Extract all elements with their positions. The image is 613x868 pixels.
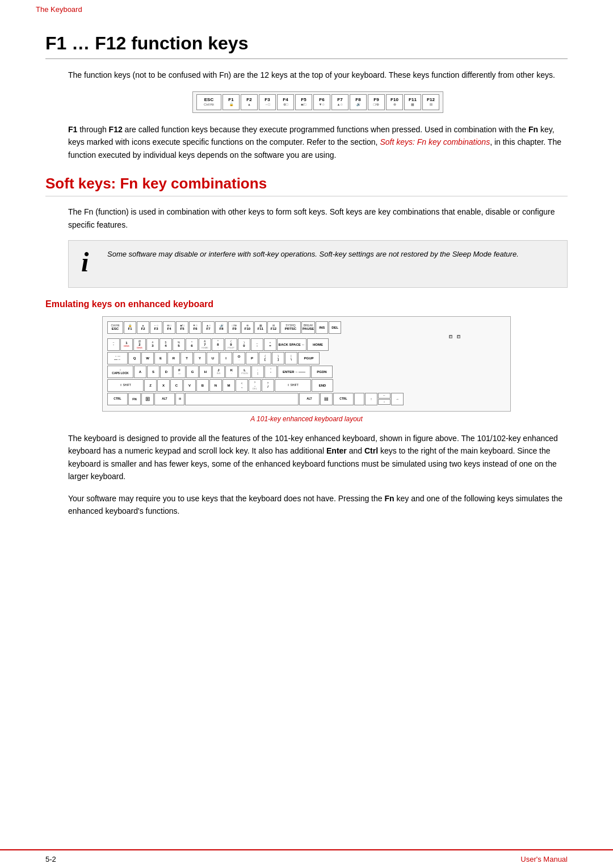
kb-period: >.DEL xyxy=(249,379,261,392)
key-f3: F3→□ xyxy=(259,94,276,110)
key-f4: F4⊕□ xyxy=(277,94,294,110)
manual-title: User's Manual xyxy=(520,855,568,863)
kb-qwerty-row: ←——→ Q W E R T Y U I O↓ P {[ }] |\ PGUP xyxy=(107,352,506,364)
kb-win: ⊞ xyxy=(141,393,154,405)
key-f12: F12⊞ xyxy=(422,94,439,110)
svg-text:i: i xyxy=(81,247,89,274)
kb-g: G xyxy=(186,366,199,378)
key-f11: F11▦ xyxy=(404,94,421,110)
kb-down: ↓ xyxy=(378,399,391,405)
kb-pgup: PGUP xyxy=(298,352,320,364)
kb-rshift: ⇧ SHIFT xyxy=(275,379,311,392)
kb-2: @2IENS xyxy=(133,338,146,351)
kb-y: Y xyxy=(194,352,206,364)
kb-9: (9PGUP xyxy=(225,338,237,351)
kb-t: T xyxy=(180,352,193,364)
kb-rctrl: CTRL xyxy=(333,393,354,405)
kb-pgdn: PGDN xyxy=(311,366,333,378)
key-f10: F10⊗ xyxy=(386,94,403,110)
kb-i: I xyxy=(220,352,232,364)
page-title: F1 … F12 function keys xyxy=(45,33,568,59)
kb-p: P xyxy=(246,352,258,364)
kb-b: B xyxy=(196,379,209,392)
breadcrumb-bar: The Keyboard xyxy=(0,0,613,16)
key-esc: ESCCtrl/Alt xyxy=(196,94,221,110)
kb-o: O↓ xyxy=(233,352,245,364)
info-icon: i xyxy=(78,246,98,279)
kb-fn: FN xyxy=(128,393,141,405)
page-number: 5-2 xyxy=(45,855,56,863)
key-f9: F9□/⊕ xyxy=(368,94,385,110)
kb-f3: ←○F3 xyxy=(150,321,162,334)
kb-e: E xyxy=(154,352,167,364)
kb-f10: ⊗F10 xyxy=(241,321,254,334)
kb-f11: ▦F11 xyxy=(254,321,267,334)
main-content: F1 … F12 function keys The function keys… xyxy=(0,16,613,560)
kb-jpn: ⊞ xyxy=(175,393,184,405)
key-f6: F6▼☆ xyxy=(313,94,330,110)
kb-left: ← xyxy=(378,393,391,399)
kb-semicolon: :; xyxy=(251,366,264,378)
kb-4: $4 xyxy=(159,338,172,351)
kb-f: F— xyxy=(173,366,186,378)
section2-paragraph: The Fn (function) is used in combination… xyxy=(68,206,568,231)
kb-enter: ENTER ←—— xyxy=(278,366,310,378)
kb-up: ↑ xyxy=(365,393,377,405)
kb-backspace: BACK SPACE ← xyxy=(277,338,306,351)
intro-paragraph: The function keys (not to be confused wi… xyxy=(68,69,568,81)
kb-lbracket: {[ xyxy=(259,352,271,364)
kb-f12: ⊞F12 xyxy=(267,321,280,334)
sub-heading: Emulating keys on enhanced keyboard xyxy=(45,299,568,309)
kb-esc: Ctrl/AltESC xyxy=(107,321,123,334)
kb-menu: ▤ xyxy=(320,393,333,405)
kb-f1: 🔒F1 xyxy=(124,321,136,334)
kb-spacer xyxy=(354,393,364,405)
body-paragraph-2: The keyboard is designed to provide all … xyxy=(68,432,568,483)
soft-keys-link[interactable]: Soft keys: Fn key combinations xyxy=(380,137,490,146)
kb-right: → xyxy=(391,393,404,405)
kb-fkey-row: Ctrl/AltESC 🔒F1 ▲F2 ←○F3 ⊕□F4 ■/□F5 ▼☆F6… xyxy=(107,321,506,334)
kb-f8: ·🔊F8 xyxy=(215,321,228,334)
kb-w: W xyxy=(141,352,154,364)
body-paragraph-3: Your software may require you to use key… xyxy=(68,492,568,518)
key-f2: F2▲ xyxy=(241,94,258,110)
info-box: i Some software may disable or interfere… xyxy=(68,240,568,288)
kb-lshift: ⇧ SHIFT xyxy=(107,379,144,392)
keyboard-caption: A 101-key enhanced keyboard layout xyxy=(45,415,568,423)
kb-a: A xyxy=(134,366,146,378)
kb-plus: += xyxy=(264,338,276,351)
kb-ctrl: CTRL xyxy=(107,393,128,405)
kb-x: X xyxy=(157,379,170,392)
kb-f6: ▼☆F6 xyxy=(189,321,201,334)
kb-7: &7HOME xyxy=(199,338,211,351)
kb-l: LPGDN xyxy=(238,366,251,378)
kb-3: #3 xyxy=(146,338,159,351)
kb-d: D xyxy=(160,366,173,378)
kb-zxcv-row: ⇧ SHIFT Z X C V B N M <, >.DEL ?/ ⇧ SHIF… xyxy=(107,379,506,392)
kb-end: END xyxy=(312,379,333,392)
key-f5: F5■/□ xyxy=(295,94,312,110)
kb-j: JINS xyxy=(212,366,225,378)
kb-f4: ⊕□F4 xyxy=(163,321,175,334)
kb-rbracket: }] xyxy=(272,352,284,364)
kb-r: R xyxy=(167,352,180,364)
kb-slash: ?/ xyxy=(262,379,274,392)
fkey-row: ESCCtrl/Alt F1🔒 F2▲ F3→□ F4⊕□ F5■/□ F6▼☆… xyxy=(192,91,443,113)
body-paragraph-1: F1 through F12 are called function keys … xyxy=(68,123,568,161)
footer: 5-2 User's Manual xyxy=(0,849,613,868)
kb-tab: ←——→ xyxy=(107,352,128,364)
kb-quote: "' xyxy=(264,366,277,378)
kb-8: *8↑ xyxy=(212,338,224,351)
kb-c: C xyxy=(170,379,183,392)
kb-pause: BREAKPAUSE xyxy=(301,321,315,334)
kb-f2: ▲F2 xyxy=(137,321,149,334)
kb-1: 1IENS xyxy=(120,338,133,351)
kb-space xyxy=(185,393,299,405)
kb-f5: ■/□F5 xyxy=(176,321,188,334)
kb-n: N xyxy=(209,379,222,392)
kb-comma: <, xyxy=(236,379,248,392)
breadcrumb-link[interactable]: The Keyboard xyxy=(36,5,82,14)
section2-heading: Soft keys: Fn key combinations xyxy=(45,175,568,196)
kb-tilde: ~` xyxy=(107,338,120,351)
kb-f7: ▲○F7 xyxy=(202,321,215,334)
